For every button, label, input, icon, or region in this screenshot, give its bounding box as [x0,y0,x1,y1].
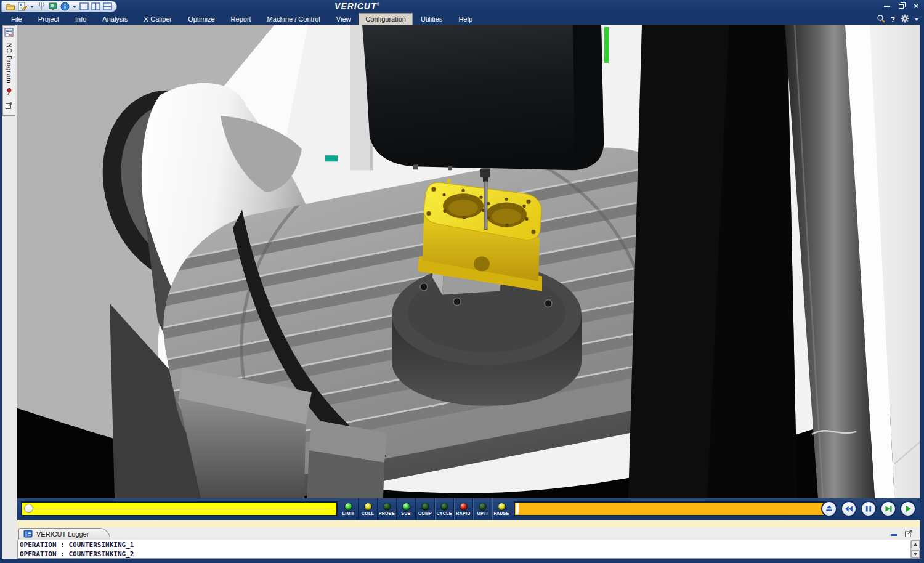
status-label: RAPID [456,511,470,516]
title-bar: VERICUT® × [0,0,924,13]
help-icon[interactable]: ? [891,15,895,24]
minimize-panel-icon[interactable] [891,534,897,536]
progress-marker [516,503,519,514]
logger-output: OPERATION : COUNTERSINKING_1 OPERATION :… [17,540,920,559]
status-label: PAUSE [493,511,509,516]
status-sub[interactable]: SUB [396,498,415,520]
status-coll[interactable]: COLL [358,498,377,520]
info-icon[interactable] [60,2,70,11]
logger-line: OPERATION : COUNTERSINKING_1 [20,540,918,549]
logger-line: OPERATION : COUNTERSINKING_2 [20,549,918,559]
menu-view[interactable]: View [328,14,359,25]
menu-x-caliper[interactable]: X-Caliper [136,14,180,25]
status-probe[interactable]: PROBE [377,498,396,520]
nc-program-label: NC Program [6,43,12,84]
menu-file[interactable]: File [3,14,30,25]
nc-progress-slider[interactable] [21,501,338,516]
step-button[interactable] [880,501,896,517]
playback-controls [821,501,916,517]
nc-program-icon[interactable]: NC [4,28,14,40]
rapid-led-icon [460,503,468,511]
quick-toolbar [1,1,117,12]
status-label: CYCLE [436,511,452,516]
project-setup-icon[interactable] [18,2,27,11]
probe-led-icon [383,503,391,511]
status-label: COMP [418,511,432,516]
layout-vertical-split-icon[interactable] [91,2,100,11]
logger-tab[interactable]: VERICUT Logger [18,528,110,540]
machine-scene [17,25,920,498]
vericut-window: VERICUT® × File Project Info Analysis X-… [0,0,924,563]
menu-project[interactable]: Project [30,14,67,25]
status-label: COLL [362,511,374,516]
close-icon[interactable]: × [912,2,920,10]
scroll-up-icon[interactable] [911,540,920,548]
menu-help[interactable]: Help [450,14,480,25]
status-label: SUB [401,511,411,516]
nc-program-tab[interactable]: NC NC Program [2,25,15,116]
simulation-control-bar: LIMIT COLL PROBE SUB COMP CYCLE [17,498,920,520]
menu-optimize[interactable]: Optimize [180,14,222,25]
open-file-icon[interactable] [6,2,15,11]
status-limit[interactable]: LIMIT [339,498,358,520]
layout-single-icon[interactable] [79,2,89,11]
cycle-led-icon [440,503,448,511]
logger-scrollbar[interactable] [910,540,920,558]
tool-manager-icon[interactable] [37,2,46,11]
play-button[interactable] [900,501,916,517]
zoom-tool-icon[interactable] [877,14,885,25]
viewport-3d[interactable] [17,25,920,498]
pause-button[interactable] [861,501,877,517]
status-label: OPTI [477,511,488,516]
menu-bar: File Project Info Analysis X-Caliper Opt… [0,13,924,25]
minimize-icon[interactable] [882,2,891,10]
comp-led-icon [421,503,429,511]
status-label: LIMIT [342,511,355,516]
logger-icon [23,530,33,539]
sub-led-icon [402,503,410,511]
brand-mark: ® [377,2,380,6]
status-comp[interactable]: COMP [415,498,434,520]
menu-configuration[interactable]: Configuration [359,13,412,25]
logger-panel: VERICUT Logger OPERATION : COUNTERSINKIN… [17,527,920,559]
restore-icon[interactable] [897,2,906,10]
popout-icon[interactable] [5,101,13,112]
stack-light-stripe [604,27,609,63]
rewind-button[interactable] [841,501,857,517]
status-rapid[interactable]: RAPID [453,498,472,520]
status-pause[interactable]: PAUSE [492,498,511,520]
status-opti[interactable]: OPTI [472,498,492,520]
cutting-tool [484,181,487,229]
status-button-group: LIMIT COLL PROBE SUB COMP CYCLE [339,498,511,520]
layout-horizontal-split-icon[interactable] [103,2,112,11]
coll-led-icon [364,503,372,511]
reset-button[interactable] [821,501,837,517]
operation-progress-bar[interactable] [514,501,832,516]
settings-gear-icon[interactable] [901,14,909,25]
menu-report[interactable]: Report [223,14,259,25]
scroll-down-icon[interactable] [911,550,920,558]
logger-title: VERICUT Logger [36,530,89,538]
status-label: PROBE [379,511,395,516]
machine-status-icon[interactable] [49,2,58,11]
opti-led-icon [479,503,487,511]
menu-machine-control[interactable]: Machine / Control [259,14,328,25]
popout-panel-icon[interactable] [904,529,913,540]
chevron-down-icon[interactable] [915,18,918,21]
teal-marker [325,155,338,161]
pause-led-icon [498,503,506,511]
svg-text:NC: NC [9,33,14,37]
chevron-down-icon[interactable] [30,6,34,8]
status-cycle[interactable]: CYCLE [434,498,453,520]
slider-knob[interactable] [24,504,33,513]
slider-track [30,509,333,509]
menu-analysis[interactable]: Analysis [94,14,136,25]
workpiece [418,179,542,291]
left-dock: NC NC Program [2,25,17,559]
chevron-down-icon[interactable] [73,6,76,8]
app-logo: VERICUT® [308,1,407,11]
menu-info[interactable]: Info [67,14,94,25]
menu-utilities[interactable]: Utilities [413,14,450,25]
pin-icon[interactable] [5,87,13,98]
status-strip [17,520,920,527]
